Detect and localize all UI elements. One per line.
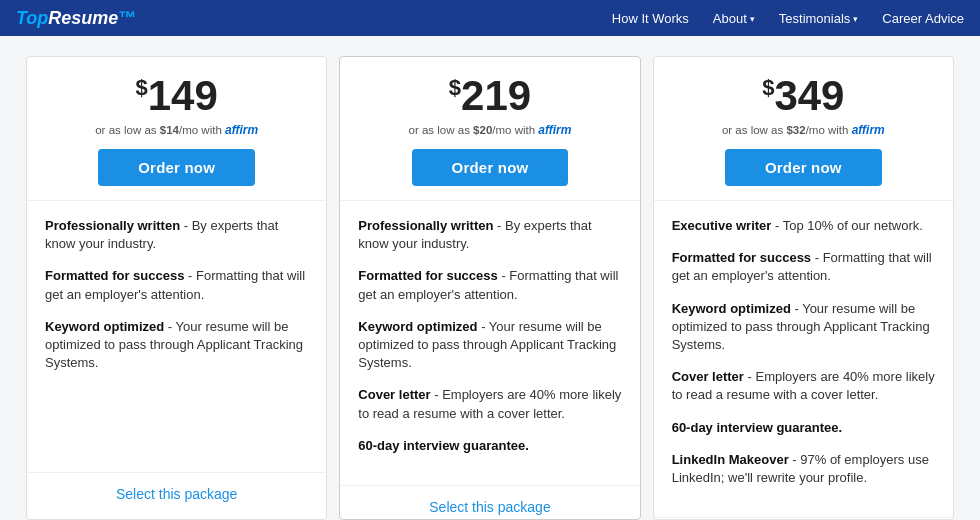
card-header-0: $149or as low as $14/mo with affirmOrder… [27, 57, 326, 201]
nav-testimonials-label: Testimonials [779, 11, 851, 26]
feature-item-2-1: Formatted for success - Formatting that … [672, 249, 935, 285]
feature-item-1-2: Keyword optimized - Your resume will be … [358, 318, 621, 373]
price-1: $219 [360, 75, 619, 117]
brand-top: Top [16, 8, 48, 29]
feature-item-0-2: Keyword optimized - Your resume will be … [45, 318, 308, 373]
feature-item-2-3: Cover letter - Employers are 40% more li… [672, 368, 935, 404]
order-now-button-2[interactable]: Order now [725, 149, 882, 186]
nav-testimonials[interactable]: Testimonials ▾ [779, 11, 859, 26]
feature-item-2-4: 60-day interview guarantee. [672, 419, 935, 437]
feature-item-0-0: Professionally written - By experts that… [45, 217, 308, 253]
navbar: TopResume™ How It Works About ▾ Testimon… [0, 0, 980, 36]
feature-item-1-3: Cover letter - Employers are 40% more li… [358, 386, 621, 422]
nav-about-label: About [713, 11, 747, 26]
pricing-card-0: $149or as low as $14/mo with affirmOrder… [26, 56, 327, 520]
order-now-button-1[interactable]: Order now [412, 149, 569, 186]
pricing-card-2: $349or as low as $32/mo with affirmOrder… [653, 56, 954, 520]
price-0: $149 [47, 75, 306, 117]
card-header-2: $349or as low as $32/mo with affirmOrder… [654, 57, 953, 201]
affirm-line-0: or as low as $14/mo with affirm [47, 123, 306, 137]
brand-logo[interactable]: TopResume™ [16, 8, 136, 29]
affirm-line-1: or as low as $20/mo with affirm [360, 123, 619, 137]
nav-how-it-works-label: How It Works [612, 11, 689, 26]
card-header-1: $219or as low as $20/mo with affirmOrder… [340, 57, 639, 201]
pricing-card-1: $219or as low as $20/mo with affirmOrder… [339, 56, 640, 520]
nav-links: How It Works About ▾ Testimonials ▾ Care… [612, 11, 964, 26]
card-features-0: Professionally written - By experts that… [27, 201, 326, 472]
brand-resume: Resume [48, 8, 118, 29]
nav-how-it-works[interactable]: How It Works [612, 11, 689, 26]
chevron-down-icon: ▾ [853, 14, 858, 24]
pricing-container: $149or as low as $14/mo with affirmOrder… [0, 36, 980, 520]
select-package-link-0[interactable]: Select this package [116, 486, 237, 502]
affirm-line-2: or as low as $32/mo with affirm [674, 123, 933, 137]
feature-item-2-0: Executive writer - Top 10% of our networ… [672, 217, 935, 235]
nav-about[interactable]: About ▾ [713, 11, 755, 26]
card-footer-1: Select this package [340, 485, 639, 520]
nav-career-advice-label: Career Advice [882, 11, 964, 26]
select-package-link-1[interactable]: Select this package [429, 499, 550, 515]
chevron-down-icon: ▾ [750, 14, 755, 24]
brand-trademark: ™ [118, 8, 136, 29]
nav-career-advice[interactable]: Career Advice [882, 11, 964, 26]
feature-item-1-4: 60-day interview guarantee. [358, 437, 621, 455]
feature-item-2-2: Keyword optimized - Your resume will be … [672, 300, 935, 355]
feature-item-1-1: Formatted for success - Formatting that … [358, 267, 621, 303]
feature-item-2-5: LinkedIn Makeover - 97% of employers use… [672, 451, 935, 487]
price-2: $349 [674, 75, 933, 117]
card-features-1: Professionally written - By experts that… [340, 201, 639, 485]
card-footer-0: Select this package [27, 472, 326, 519]
order-now-button-0[interactable]: Order now [98, 149, 255, 186]
card-features-2: Executive writer - Top 10% of our networ… [654, 201, 953, 517]
feature-item-1-0: Professionally written - By experts that… [358, 217, 621, 253]
feature-item-0-1: Formatted for success - Formatting that … [45, 267, 308, 303]
